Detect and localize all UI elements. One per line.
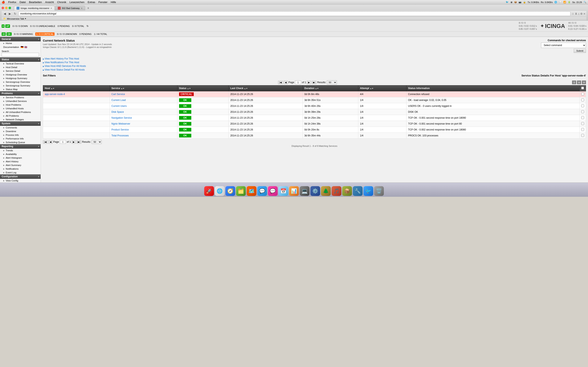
sidebar-item-status-map[interactable]: Status Map <box>0 87 41 91</box>
tab-close-gateway[interactable]: ✕ <box>81 7 82 9</box>
services-ok-badge[interactable]: 43 OK <box>2 33 12 36</box>
bottom-last-page-btn[interactable]: ▶| <box>77 140 81 144</box>
last-page-btn[interactable]: ▶| <box>312 81 316 84</box>
fenster-menu[interactable]: Fenster <box>98 1 107 4</box>
row-checkbox[interactable] <box>581 134 584 137</box>
dock-icon-messages[interactable]: 💬 <box>268 186 278 196</box>
service-link[interactable]: Navigation Service <box>112 117 132 119</box>
sidebar-item-servicegroup-overview[interactable]: Servicegroup Overview <box>0 80 41 84</box>
sidebar-section-general[interactable]: General ▪ <box>0 37 41 42</box>
more-icon[interactable]: ≡ <box>584 12 585 15</box>
service-link[interactable]: Product Service <box>112 128 129 131</box>
select-command-dropdown[interactable]: Select command <box>541 43 586 48</box>
dock-icon-maps[interactable]: 🗂️ <box>236 186 246 196</box>
service-link[interactable]: Current Load <box>112 99 126 101</box>
search-input[interactable] <box>2 53 39 57</box>
dock-icon-twitter[interactable]: 🐦 <box>363 186 373 196</box>
dock-icon-skype[interactable]: 💬 <box>257 186 267 196</box>
apple-menu[interactable]: 🍎 <box>2 1 5 4</box>
sidebar-item-documentation[interactable]: Documentation 🇩🇪 🇬🇧 <box>0 45 41 49</box>
sidebar-item-view-config[interactable]: View Config <box>0 179 41 183</box>
submit-button[interactable]: Submit <box>574 49 586 53</box>
sidebar-item-trends[interactable]: Trends <box>0 149 41 152</box>
dock-icon-chrome[interactable]: 🗺️ <box>247 186 256 196</box>
action-link-host-services[interactable]: View Host AND Services For All Hosts <box>43 64 586 68</box>
service-link[interactable]: Cart Service <box>112 93 125 96</box>
bookmark-mircoservice[interactable]: Mircoservice Talk <box>7 17 24 20</box>
bookmark-star-icon[interactable]: ☆ <box>572 12 574 15</box>
sidebar-item-comments[interactable]: Comments <box>0 126 41 129</box>
bottom-first-page-btn[interactable]: |◀ <box>43 140 48 144</box>
firefox-menu[interactable]: Firefox <box>8 1 16 4</box>
close-window-btn[interactable] <box>2 7 4 9</box>
service-link[interactable]: Disk Space <box>112 110 124 113</box>
hilfe-menu[interactable]: Hilfe <box>111 1 116 4</box>
next-page-btn[interactable]: ▶ <box>307 81 311 84</box>
sidebar-item-service-detail[interactable]: Service Detail <box>0 69 41 73</box>
sidebar-section-problems[interactable]: Problems ▪ <box>0 91 41 96</box>
forward-button[interactable]: ▶ <box>8 12 12 16</box>
dock-icon-notes[interactable]: 🎵 <box>332 186 341 196</box>
sidebar-item-alert-histogram[interactable]: Alert Histogram <box>0 156 41 160</box>
search-icon[interactable]: 🔍 <box>584 1 586 3</box>
action-link-notifications[interactable]: View Notifications For This Host <box>43 60 586 64</box>
dock-icon-terminal[interactable]: 💻 <box>300 186 310 196</box>
host-link[interactable]: app-server-node-4 <box>45 93 65 96</box>
dock-icon-appstore[interactable]: 🌲 <box>321 186 331 196</box>
bottom-results-select[interactable]: 50 100 All <box>92 140 102 144</box>
page-input[interactable] <box>295 81 301 84</box>
dock-icon-launchpad[interactable]: 🌐 <box>215 186 225 196</box>
results-select[interactable]: 50 100 All <box>327 80 337 84</box>
status-sort-icon[interactable]: ▲▼ <box>187 87 191 90</box>
col-last-check[interactable]: Last Check ▲▼ <box>228 85 303 91</box>
row-checkbox[interactable] <box>581 110 584 113</box>
col-host[interactable]: Host ▲▼ <box>43 85 110 91</box>
config-icon[interactable]: ⚙ <box>582 81 586 84</box>
row-checkbox[interactable] <box>581 99 584 101</box>
datei-menu[interactable]: Datei <box>20 1 26 4</box>
settings-icon[interactable]: ⚙ <box>580 12 583 15</box>
bottom-prev-page-btn[interactable]: ◀ <box>48 140 52 144</box>
sidebar-item-alert-history[interactable]: Alert History <box>0 160 41 163</box>
attempt-sort-icon[interactable]: ▲▼ <box>370 87 374 90</box>
sidebar-item-unhandled-services[interactable]: Unhandled Services <box>0 99 41 103</box>
back-button[interactable]: ◀ <box>3 12 7 16</box>
hosts-up-badge[interactable]: 8 UP <box>2 25 10 28</box>
bottom-page-input[interactable] <box>60 140 66 144</box>
sidebar-item-scheduling-queue[interactable]: Scheduling Queue <box>0 141 41 144</box>
new-tab-button[interactable]: + <box>86 6 91 10</box>
sidebar-item-servicegroup-summary[interactable]: Servicegroup Summary <box>0 84 41 87</box>
grid-view-icon[interactable]: ⊞ <box>577 81 581 84</box>
sidebar-item-service-problems[interactable]: Service Problems <box>0 96 41 99</box>
tab-close-icinga[interactable]: ✕ <box>51 7 52 9</box>
chronik-menu[interactable]: Chronik <box>57 1 66 4</box>
col-status[interactable]: Status ▲▼ <box>177 85 228 91</box>
critical-badge[interactable]: 1 / 0 0 CRITICAL <box>35 33 54 36</box>
bearbeiten-menu[interactable]: Bearbeiten <box>29 1 42 4</box>
sidebar-item-alert-summary[interactable]: Alert Summary <box>0 163 41 167</box>
sidebar-item-notifications[interactable]: Notifications <box>0 167 41 171</box>
row-checkbox[interactable] <box>581 104 584 107</box>
dock-icon-sequel-pro[interactable]: 📦 <box>342 186 352 196</box>
sidebar-item-host-problems[interactable]: Host Problems <box>0 103 41 107</box>
lastcheck-sort-icon[interactable]: ▲▼ <box>244 87 248 90</box>
sidebar-item-event-log[interactable]: Event Log <box>0 171 41 174</box>
dock-icon-charts[interactable]: 📊 <box>289 186 299 196</box>
sidebar-item-downtime[interactable]: Downtime <box>0 129 41 133</box>
prev-page-btn[interactable]: ◀ <box>284 81 288 84</box>
refresh-icon[interactable]: ↻ <box>86 25 89 27</box>
sidebar-item-process-info[interactable]: Process Info <box>0 133 41 137</box>
ansicht-menu[interactable]: Ansicht <box>45 1 54 4</box>
download-icon[interactable]: ⬇ <box>575 12 577 15</box>
sidebar-item-tactical-overview[interactable]: Tactical Overview <box>0 62 41 66</box>
sidebar-item-hostgroup-overview[interactable]: Hostgroup Overview <box>0 73 41 76</box>
service-link[interactable]: Ngnix Webserver <box>112 122 130 125</box>
row-checkbox[interactable] <box>581 116 584 119</box>
maximize-window-btn[interactable] <box>9 7 11 9</box>
sidebar-item-performance-info[interactable]: Performance Info <box>0 137 41 141</box>
dock-icon-system-pref[interactable]: ⚙️ <box>310 186 320 196</box>
sidebar-item-network-outages[interactable]: Network Outages <box>0 118 41 121</box>
lesezeichen-menu[interactable]: Lesezeichen <box>69 1 84 4</box>
service-sort-icon[interactable]: ▲▼ <box>121 87 125 90</box>
sidebar-item-home[interactable]: Home <box>0 42 41 45</box>
